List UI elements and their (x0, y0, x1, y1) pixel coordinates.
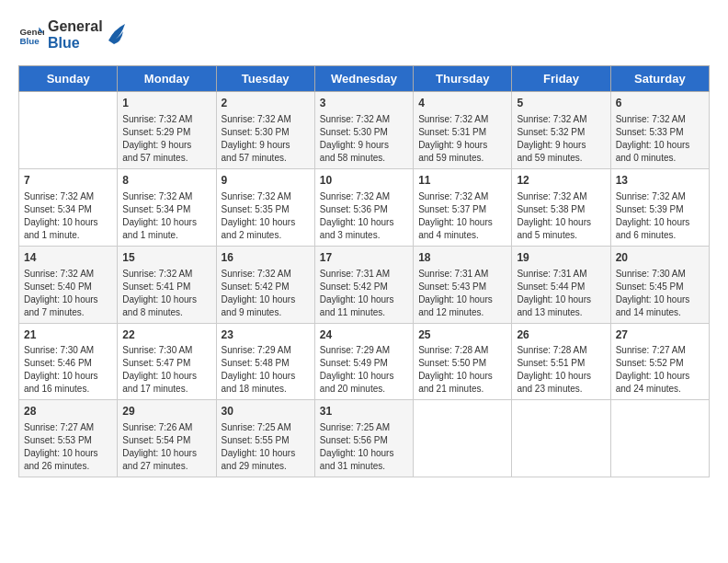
day-number: 19 (517, 250, 605, 266)
day-number: 26 (517, 327, 605, 343)
day-info: Sunrise: 7:32 AMSunset: 5:30 PMDaylight:… (222, 113, 310, 165)
day-number: 28 (24, 404, 112, 419)
calendar-cell: 4Sunrise: 7:32 AMSunset: 5:31 PMDaylight… (414, 92, 512, 169)
svg-text:Blue: Blue (19, 35, 40, 45)
calendar-cell: 21Sunrise: 7:30 AMSunset: 5:46 PMDayligh… (19, 323, 118, 400)
calendar-cell: 31Sunrise: 7:25 AMSunset: 5:56 PMDayligh… (314, 400, 413, 477)
day-info: Sunrise: 7:32 AMSunset: 5:40 PMDaylight:… (24, 268, 112, 319)
day-number: 6 (616, 96, 704, 111)
day-info: Sunrise: 7:28 AMSunset: 5:50 PMDaylight:… (418, 344, 506, 396)
calendar-cell: 24Sunrise: 7:29 AMSunset: 5:49 PMDayligh… (314, 323, 413, 400)
calendar-cell: 14Sunrise: 7:32 AMSunset: 5:40 PMDayligh… (19, 246, 118, 323)
day-of-week-header: Monday (118, 66, 216, 92)
calendar-cell: 5Sunrise: 7:32 AMSunset: 5:32 PMDaylight… (512, 92, 610, 169)
day-of-week-header: Wednesday (314, 66, 413, 92)
day-number: 30 (222, 404, 310, 419)
day-number: 23 (222, 327, 310, 343)
calendar-cell: 11Sunrise: 7:32 AMSunset: 5:37 PMDayligh… (414, 168, 512, 246)
page-header: General Blue General Blue (18, 18, 710, 51)
calendar-week-row: 7Sunrise: 7:32 AMSunset: 5:34 PMDaylight… (19, 168, 710, 246)
calendar-cell: 10Sunrise: 7:32 AMSunset: 5:36 PMDayligh… (314, 168, 413, 246)
day-number: 8 (122, 173, 210, 189)
calendar-cell: 23Sunrise: 7:29 AMSunset: 5:48 PMDayligh… (216, 323, 314, 400)
day-number: 24 (320, 327, 408, 343)
calendar-week-row: 21Sunrise: 7:30 AMSunset: 5:46 PMDayligh… (19, 323, 710, 400)
day-info: Sunrise: 7:32 AMSunset: 5:39 PMDaylight:… (616, 190, 704, 242)
calendar-cell: 16Sunrise: 7:32 AMSunset: 5:42 PMDayligh… (216, 246, 314, 323)
calendar-cell: 15Sunrise: 7:32 AMSunset: 5:41 PMDayligh… (118, 246, 216, 323)
day-info: Sunrise: 7:32 AMSunset: 5:34 PMDaylight:… (24, 190, 112, 242)
day-of-week-header: Friday (512, 66, 610, 92)
day-info: Sunrise: 7:32 AMSunset: 5:41 PMDaylight:… (122, 268, 210, 319)
day-number: 10 (320, 173, 408, 189)
calendar-cell: 22Sunrise: 7:30 AMSunset: 5:47 PMDayligh… (118, 323, 216, 400)
day-of-week-header: Tuesday (216, 66, 314, 92)
calendar-cell: 29Sunrise: 7:26 AMSunset: 5:54 PMDayligh… (118, 400, 216, 477)
calendar-week-row: 1Sunrise: 7:32 AMSunset: 5:29 PMDaylight… (19, 92, 710, 169)
day-info: Sunrise: 7:31 AMSunset: 5:44 PMDaylight:… (517, 268, 605, 319)
day-number: 7 (24, 173, 112, 189)
day-number: 22 (122, 327, 210, 343)
calendar-cell: 20Sunrise: 7:30 AMSunset: 5:45 PMDayligh… (610, 246, 709, 323)
day-info: Sunrise: 7:31 AMSunset: 5:43 PMDaylight:… (418, 268, 506, 319)
day-info: Sunrise: 7:29 AMSunset: 5:48 PMDaylight:… (222, 344, 310, 396)
day-number: 20 (616, 250, 704, 266)
calendar-cell: 12Sunrise: 7:32 AMSunset: 5:38 PMDayligh… (512, 168, 610, 246)
logo-general: General (48, 18, 103, 35)
day-number: 12 (517, 173, 605, 189)
day-number: 27 (616, 327, 704, 343)
day-info: Sunrise: 7:25 AMSunset: 5:55 PMDaylight:… (222, 421, 310, 473)
calendar-week-row: 28Sunrise: 7:27 AMSunset: 5:53 PMDayligh… (19, 400, 710, 477)
day-info: Sunrise: 7:32 AMSunset: 5:37 PMDaylight:… (418, 190, 506, 242)
day-info: Sunrise: 7:27 AMSunset: 5:52 PMDaylight:… (616, 344, 704, 396)
day-number: 3 (320, 96, 408, 111)
day-info: Sunrise: 7:32 AMSunset: 5:31 PMDaylight:… (418, 113, 506, 165)
day-number: 1 (122, 96, 210, 111)
day-number: 15 (122, 250, 210, 266)
logo-bird-icon (107, 22, 127, 48)
day-number: 16 (222, 250, 310, 266)
day-info: Sunrise: 7:32 AMSunset: 5:38 PMDaylight:… (517, 190, 605, 242)
day-info: Sunrise: 7:28 AMSunset: 5:51 PMDaylight:… (517, 344, 605, 396)
day-number: 25 (418, 327, 506, 343)
day-info: Sunrise: 7:32 AMSunset: 5:42 PMDaylight:… (222, 268, 310, 319)
day-number: 21 (24, 327, 112, 343)
day-info: Sunrise: 7:32 AMSunset: 5:32 PMDaylight:… (517, 113, 605, 165)
day-info: Sunrise: 7:27 AMSunset: 5:53 PMDaylight:… (24, 421, 112, 473)
day-number: 4 (418, 96, 506, 111)
day-number: 2 (222, 96, 310, 111)
day-of-week-header: Sunday (19, 66, 118, 92)
day-info: Sunrise: 7:30 AMSunset: 5:46 PMDaylight:… (24, 344, 112, 396)
calendar-cell: 1Sunrise: 7:32 AMSunset: 5:29 PMDaylight… (118, 92, 216, 169)
day-number: 11 (418, 173, 506, 189)
calendar-cell: 8Sunrise: 7:32 AMSunset: 5:34 PMDaylight… (118, 168, 216, 246)
calendar-week-row: 14Sunrise: 7:32 AMSunset: 5:40 PMDayligh… (19, 246, 710, 323)
day-info: Sunrise: 7:32 AMSunset: 5:35 PMDaylight:… (222, 190, 310, 242)
day-of-week-header: Saturday (610, 66, 709, 92)
calendar-cell (512, 400, 610, 477)
day-number: 5 (517, 96, 605, 111)
day-number: 17 (320, 250, 408, 266)
day-number: 9 (222, 173, 310, 189)
calendar-cell: 30Sunrise: 7:25 AMSunset: 5:55 PMDayligh… (216, 400, 314, 477)
calendar-cell: 2Sunrise: 7:32 AMSunset: 5:30 PMDaylight… (216, 92, 314, 169)
day-number: 14 (24, 250, 112, 266)
day-info: Sunrise: 7:26 AMSunset: 5:54 PMDaylight:… (122, 421, 210, 473)
calendar-cell: 9Sunrise: 7:32 AMSunset: 5:35 PMDaylight… (216, 168, 314, 246)
day-info: Sunrise: 7:32 AMSunset: 5:33 PMDaylight:… (616, 113, 704, 165)
day-info: Sunrise: 7:32 AMSunset: 5:30 PMDaylight:… (320, 113, 408, 165)
calendar-cell (414, 400, 512, 477)
day-info: Sunrise: 7:30 AMSunset: 5:45 PMDaylight:… (616, 268, 704, 319)
calendar-cell (610, 400, 709, 477)
day-info: Sunrise: 7:25 AMSunset: 5:56 PMDaylight:… (320, 421, 408, 473)
calendar-cell: 25Sunrise: 7:28 AMSunset: 5:50 PMDayligh… (414, 323, 512, 400)
calendar-cell: 17Sunrise: 7:31 AMSunset: 5:42 PMDayligh… (314, 246, 413, 323)
calendar-cell: 7Sunrise: 7:32 AMSunset: 5:34 PMDaylight… (19, 168, 118, 246)
day-number: 29 (122, 404, 210, 419)
day-number: 31 (320, 404, 408, 419)
logo-icon: General Blue (18, 22, 44, 48)
logo: General Blue General Blue (18, 18, 127, 51)
calendar-header-row: SundayMondayTuesdayWednesdayThursdayFrid… (19, 66, 710, 92)
day-number: 18 (418, 250, 506, 266)
day-of-week-header: Thursday (414, 66, 512, 92)
